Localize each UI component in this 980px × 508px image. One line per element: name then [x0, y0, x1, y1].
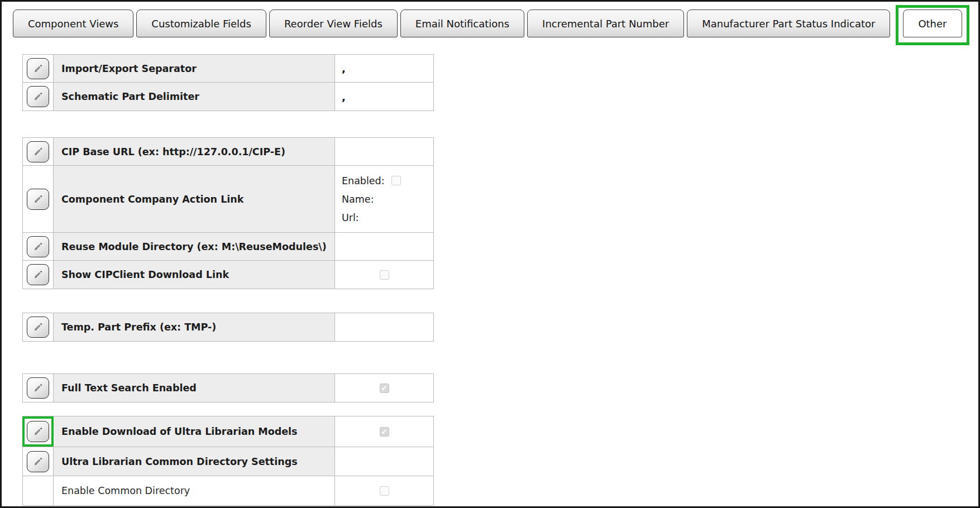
edit-cell: [23, 55, 54, 82]
checkbox-enable-download-of-ultra-librarian-models[interactable]: ✔: [380, 427, 389, 437]
settings-page: Component ViewsCustomizable FieldsReorde…: [0, 0, 980, 508]
checkbox-show-cipclient-download-link[interactable]: [380, 270, 389, 280]
table-row: Ultra Librarian Common Directory Setting…: [23, 447, 433, 476]
settings-table: Import/Export Separator,Schematic Part D…: [22, 54, 434, 111]
field-label: Url:: [342, 212, 359, 223]
edit-button-import-export-separator[interactable]: [27, 58, 49, 79]
setting-value-cell: ,: [335, 55, 433, 82]
setting-label: Show CIPClient Download Link: [54, 261, 335, 289]
pencil-icon: [32, 90, 44, 103]
edit-cell: [23, 374, 54, 402]
field-line: Enabled:: [342, 171, 401, 190]
pencil-icon: [32, 241, 44, 253]
field-label: Enabled:: [342, 175, 385, 186]
edit-cell: [23, 138, 54, 165]
edit-button-temp-part-prefix-ex-tmp[interactable]: [27, 317, 49, 338]
setting-value-cell: [335, 313, 433, 341]
setting-value-cell: [335, 261, 433, 289]
setting-value-cell: [335, 476, 433, 505]
table-row: Import/Export Separator,: [23, 55, 433, 83]
edit-cell: [23, 83, 54, 111]
table-row: Enable Common Directory: [23, 476, 433, 505]
setting-value: ,: [342, 63, 346, 74]
edit-cell: [23, 313, 54, 341]
pencil-icon: [32, 321, 44, 333]
highlight-box-edit-button: [22, 416, 54, 447]
edit-button-enable-download-of-ultra-librarian-models[interactable]: [27, 421, 49, 442]
pencil-icon: [32, 193, 44, 205]
settings-table: Full Text Search Enabled✔: [22, 373, 434, 402]
setting-label: Enable Download of Ultra Librarian Model…: [54, 416, 335, 447]
tab-customizable-fields[interactable]: Customizable Fields: [136, 9, 266, 37]
setting-value-cell: ✔: [335, 416, 433, 447]
edit-button-show-cipclient-download-link[interactable]: [27, 264, 49, 285]
edit-cell: [23, 261, 54, 289]
setting-label: Full Text Search Enabled: [54, 374, 335, 402]
table-row: Show CIPClient Download Link: [23, 261, 433, 289]
tab-bar: Component ViewsCustomizable FieldsReorde…: [13, 9, 978, 45]
edit-button-reuse-module-directory-ex-m-reusemodules[interactable]: [27, 236, 49, 257]
pencil-icon: [32, 425, 44, 438]
setting-label: Component Company Action Link: [54, 166, 335, 232]
settings-tables: Import/Export Separator,Schematic Part D…: [22, 54, 978, 506]
setting-value-cell: Enabled:Name:Url:: [335, 166, 433, 232]
table-row: Schematic Part Delimiter,: [23, 83, 433, 111]
setting-label: Ultra Librarian Common Directory Setting…: [54, 447, 335, 476]
setting-value-cell: ,: [335, 83, 433, 111]
table-row: Temp. Part Prefix (ex: TMP-): [23, 313, 433, 341]
field-line: Url:: [342, 208, 359, 227]
setting-label: Schematic Part Delimiter: [54, 83, 335, 111]
settings-table: Temp. Part Prefix (ex: TMP-): [22, 313, 434, 342]
edit-button-component-company-action-link[interactable]: [27, 189, 49, 210]
pencil-icon: [32, 63, 44, 75]
setting-label: Enable Common Directory: [54, 476, 335, 505]
settings-table: CIP Base URL (ex: http://127.0.0.1/CIP-E…: [22, 137, 434, 289]
table-row: Full Text Search Enabled✔: [23, 374, 433, 402]
setting-label: Reuse Module Directory (ex: M:\ReuseModu…: [54, 233, 335, 260]
tab-incremental-part-number[interactable]: Incremental Part Number: [527, 9, 684, 37]
edit-cell: [23, 476, 54, 505]
settings-table: Enable Download of Ultra Librarian Model…: [22, 416, 434, 506]
tab-manufacturer-part-status-indicator[interactable]: Manufacturer Part Status Indicator: [687, 9, 890, 37]
setting-label: CIP Base URL (ex: http://127.0.0.1/CIP-E…: [54, 138, 335, 165]
edit-cell: [23, 233, 54, 260]
table-row: Enable Download of Ultra Librarian Model…: [23, 416, 433, 447]
setting-value-cell: [335, 447, 433, 476]
edit-cell: [23, 447, 54, 476]
setting-value-cell: [335, 233, 433, 260]
pencil-icon: [32, 269, 44, 281]
setting-label: Import/Export Separator: [54, 55, 335, 82]
setting-value-cell: ✔: [335, 374, 433, 402]
setting-value: ,: [342, 91, 346, 103]
pencil-icon: [32, 382, 44, 394]
table-row: Component Company Action LinkEnabled:Nam…: [23, 166, 433, 233]
tab-other[interactable]: Other: [903, 9, 962, 37]
edit-button-full-text-search-enabled[interactable]: [27, 377, 49, 399]
highlight-box-other-tab: Other: [896, 5, 969, 45]
table-row: CIP Base URL (ex: http://127.0.0.1/CIP-E…: [23, 138, 433, 166]
edit-button-schematic-part-delimiter[interactable]: [27, 86, 49, 107]
edit-button-ultra-librarian-common-directory-settings[interactable]: [27, 451, 49, 472]
checkbox-enable-common-directory[interactable]: [380, 486, 389, 496]
field-label: Name:: [342, 194, 374, 205]
pencil-icon: [32, 456, 44, 468]
tab-email-notifications[interactable]: Email Notifications: [400, 9, 524, 37]
tab-component-views[interactable]: Component Views: [13, 9, 133, 37]
edit-cell: [23, 166, 54, 232]
edit-button-cip-base-url-ex-http-127-0-0-1-cip-e[interactable]: [27, 141, 49, 162]
edit-cell: [23, 416, 54, 447]
pencil-icon: [32, 146, 44, 158]
table-row: Reuse Module Directory (ex: M:\ReuseModu…: [23, 233, 433, 261]
tab-reorder-view-fields[interactable]: Reorder View Fields: [269, 9, 398, 37]
checkbox-enabled[interactable]: [391, 176, 401, 185]
field-line: Name:: [342, 190, 374, 208]
checkbox-full-text-search-enabled[interactable]: ✔: [380, 384, 389, 393]
setting-label: Temp. Part Prefix (ex: TMP-): [54, 313, 335, 341]
setting-value-cell: [335, 138, 433, 165]
